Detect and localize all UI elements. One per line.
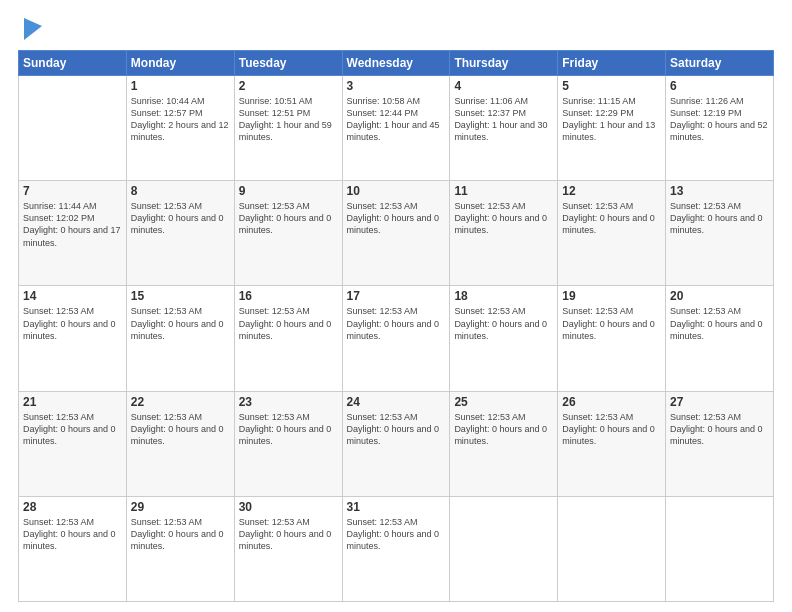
day-info: Sunset: 12:53 AM Daylight: 0 hours and 0…	[131, 516, 230, 552]
day-number: 31	[347, 500, 446, 514]
day-info: Sunset: 12:53 AM Daylight: 0 hours and 0…	[670, 305, 769, 341]
calendar-cell: 18Sunset: 12:53 AM Daylight: 0 hours and…	[450, 286, 558, 391]
calendar-cell: 10Sunset: 12:53 AM Daylight: 0 hours and…	[342, 181, 450, 286]
day-number: 16	[239, 289, 338, 303]
calendar-cell	[19, 76, 127, 181]
day-info: Sunset: 12:53 AM Daylight: 0 hours and 0…	[347, 305, 446, 341]
day-number: 8	[131, 184, 230, 198]
calendar-week-3: 14Sunset: 12:53 AM Daylight: 0 hours and…	[19, 286, 774, 391]
day-info: Sunset: 12:53 AM Daylight: 0 hours and 0…	[347, 411, 446, 447]
calendar-cell: 5Sunrise: 11:15 AM Sunset: 12:29 PM Dayl…	[558, 76, 666, 181]
calendar-cell: 20Sunset: 12:53 AM Daylight: 0 hours and…	[666, 286, 774, 391]
calendar-header-thursday: Thursday	[450, 51, 558, 76]
day-number: 22	[131, 395, 230, 409]
calendar-header-tuesday: Tuesday	[234, 51, 342, 76]
day-number: 29	[131, 500, 230, 514]
day-info: Sunrise: 10:51 AM Sunset: 12:51 PM Dayli…	[239, 95, 338, 144]
calendar-header-friday: Friday	[558, 51, 666, 76]
day-info: Sunset: 12:53 AM Daylight: 0 hours and 0…	[239, 516, 338, 552]
day-number: 13	[670, 184, 769, 198]
day-info: Sunset: 12:53 AM Daylight: 0 hours and 0…	[562, 200, 661, 236]
calendar-cell: 24Sunset: 12:53 AM Daylight: 0 hours and…	[342, 391, 450, 496]
day-number: 10	[347, 184, 446, 198]
calendar-cell	[558, 496, 666, 601]
day-number: 7	[23, 184, 122, 198]
day-info: Sunset: 12:53 AM Daylight: 0 hours and 0…	[23, 305, 122, 341]
calendar-week-4: 21Sunset: 12:53 AM Daylight: 0 hours and…	[19, 391, 774, 496]
day-number: 19	[562, 289, 661, 303]
day-number: 9	[239, 184, 338, 198]
day-info: Sunrise: 11:44 AM Sunset: 12:02 PM Dayli…	[23, 200, 122, 249]
day-info: Sunset: 12:53 AM Daylight: 0 hours and 0…	[347, 200, 446, 236]
calendar-header-sunday: Sunday	[19, 51, 127, 76]
day-info: Sunset: 12:53 AM Daylight: 0 hours and 0…	[562, 411, 661, 447]
day-number: 1	[131, 79, 230, 93]
day-info: Sunset: 12:53 AM Daylight: 0 hours and 0…	[239, 200, 338, 236]
calendar-cell: 8Sunset: 12:53 AM Daylight: 0 hours and …	[126, 181, 234, 286]
calendar-cell: 30Sunset: 12:53 AM Daylight: 0 hours and…	[234, 496, 342, 601]
day-info: Sunset: 12:53 AM Daylight: 0 hours and 0…	[454, 305, 553, 341]
day-info: Sunset: 12:53 AM Daylight: 0 hours and 0…	[239, 305, 338, 341]
calendar-cell: 19Sunset: 12:53 AM Daylight: 0 hours and…	[558, 286, 666, 391]
day-info: Sunset: 12:53 AM Daylight: 0 hours and 0…	[23, 411, 122, 447]
day-number: 5	[562, 79, 661, 93]
calendar-cell: 12Sunset: 12:53 AM Daylight: 0 hours and…	[558, 181, 666, 286]
day-number: 23	[239, 395, 338, 409]
calendar-cell: 6Sunrise: 11:26 AM Sunset: 12:19 PM Dayl…	[666, 76, 774, 181]
calendar-cell: 25Sunset: 12:53 AM Daylight: 0 hours and…	[450, 391, 558, 496]
calendar-cell: 27Sunset: 12:53 AM Daylight: 0 hours and…	[666, 391, 774, 496]
calendar-cell: 29Sunset: 12:53 AM Daylight: 0 hours and…	[126, 496, 234, 601]
calendar-cell: 7Sunrise: 11:44 AM Sunset: 12:02 PM Dayl…	[19, 181, 127, 286]
calendar-cell: 2Sunrise: 10:51 AM Sunset: 12:51 PM Dayl…	[234, 76, 342, 181]
day-number: 12	[562, 184, 661, 198]
day-number: 21	[23, 395, 122, 409]
day-number: 6	[670, 79, 769, 93]
calendar-cell: 31Sunset: 12:53 AM Daylight: 0 hours and…	[342, 496, 450, 601]
day-info: Sunset: 12:53 AM Daylight: 0 hours and 0…	[131, 305, 230, 341]
day-info: Sunset: 12:53 AM Daylight: 0 hours and 0…	[670, 411, 769, 447]
day-info: Sunrise: 10:44 AM Sunset: 12:57 PM Dayli…	[131, 95, 230, 144]
day-info: Sunrise: 11:26 AM Sunset: 12:19 PM Dayli…	[670, 95, 769, 144]
day-number: 28	[23, 500, 122, 514]
calendar-cell: 28Sunset: 12:53 AM Daylight: 0 hours and…	[19, 496, 127, 601]
day-info: Sunset: 12:53 AM Daylight: 0 hours and 0…	[454, 200, 553, 236]
day-number: 11	[454, 184, 553, 198]
calendar-cell: 11Sunset: 12:53 AM Daylight: 0 hours and…	[450, 181, 558, 286]
svg-marker-0	[24, 18, 42, 40]
calendar-cell: 13Sunset: 12:53 AM Daylight: 0 hours and…	[666, 181, 774, 286]
day-info: Sunset: 12:53 AM Daylight: 0 hours and 0…	[670, 200, 769, 236]
calendar-cell	[666, 496, 774, 601]
calendar-cell: 17Sunset: 12:53 AM Daylight: 0 hours and…	[342, 286, 450, 391]
day-number: 30	[239, 500, 338, 514]
day-info: Sunrise: 11:15 AM Sunset: 12:29 PM Dayli…	[562, 95, 661, 144]
calendar-cell: 23Sunset: 12:53 AM Daylight: 0 hours and…	[234, 391, 342, 496]
day-number: 4	[454, 79, 553, 93]
calendar-cell: 9Sunset: 12:53 AM Daylight: 0 hours and …	[234, 181, 342, 286]
calendar-cell: 22Sunset: 12:53 AM Daylight: 0 hours and…	[126, 391, 234, 496]
day-info: Sunset: 12:53 AM Daylight: 0 hours and 0…	[131, 411, 230, 447]
calendar-cell: 1Sunrise: 10:44 AM Sunset: 12:57 PM Dayl…	[126, 76, 234, 181]
calendar-week-2: 7Sunrise: 11:44 AM Sunset: 12:02 PM Dayl…	[19, 181, 774, 286]
day-info: Sunset: 12:53 AM Daylight: 0 hours and 0…	[454, 411, 553, 447]
calendar-cell: 4Sunrise: 11:06 AM Sunset: 12:37 PM Dayl…	[450, 76, 558, 181]
calendar-cell: 26Sunset: 12:53 AM Daylight: 0 hours and…	[558, 391, 666, 496]
calendar-cell: 16Sunset: 12:53 AM Daylight: 0 hours and…	[234, 286, 342, 391]
header	[18, 18, 774, 40]
calendar-header-saturday: Saturday	[666, 51, 774, 76]
day-info: Sunset: 12:53 AM Daylight: 0 hours and 0…	[347, 516, 446, 552]
day-number: 24	[347, 395, 446, 409]
day-number: 27	[670, 395, 769, 409]
day-number: 3	[347, 79, 446, 93]
day-number: 2	[239, 79, 338, 93]
day-number: 26	[562, 395, 661, 409]
day-number: 18	[454, 289, 553, 303]
day-info: Sunrise: 11:06 AM Sunset: 12:37 PM Dayli…	[454, 95, 553, 144]
day-number: 15	[131, 289, 230, 303]
calendar-cell: 21Sunset: 12:53 AM Daylight: 0 hours and…	[19, 391, 127, 496]
day-number: 25	[454, 395, 553, 409]
day-info: Sunset: 12:53 AM Daylight: 0 hours and 0…	[562, 305, 661, 341]
calendar-cell: 3Sunrise: 10:58 AM Sunset: 12:44 PM Dayl…	[342, 76, 450, 181]
logo	[18, 18, 42, 40]
day-info: Sunset: 12:53 AM Daylight: 0 hours and 0…	[23, 516, 122, 552]
day-number: 20	[670, 289, 769, 303]
